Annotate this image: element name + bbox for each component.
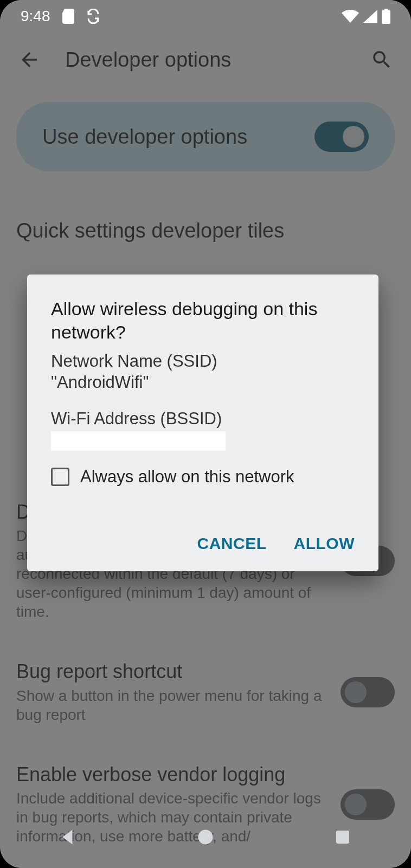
always-allow-label: Always allow on this network	[80, 467, 294, 487]
always-allow-row[interactable]: Always allow on this network	[51, 467, 355, 487]
svg-rect-5	[336, 831, 349, 844]
cancel-button[interactable]: CANCEL	[197, 534, 267, 553]
nav-home-icon[interactable]	[196, 827, 215, 849]
cell-signal-icon	[363, 10, 377, 23]
wifi-icon	[342, 10, 359, 23]
ssid-label: Network Name (SSID)	[51, 351, 355, 372]
svg-point-4	[198, 830, 213, 845]
navigation-bar	[0, 808, 411, 868]
battery-icon	[382, 9, 390, 24]
nav-recents-icon[interactable]	[333, 827, 352, 849]
ssid-value: "AndroidWifi"	[51, 372, 355, 393]
nav-back-icon[interactable]	[59, 827, 78, 849]
status-time: 9:48	[21, 8, 50, 25]
bssid-label: Wi-Fi Address (BSSID)	[51, 409, 355, 430]
dialog-title: Allow wireless debugging on this network…	[51, 297, 355, 343]
wireless-debug-dialog: Allow wireless debugging on this network…	[27, 275, 378, 571]
sd-card-icon	[62, 9, 74, 24]
svg-rect-2	[382, 10, 390, 24]
status-bar-overlay: 9:48	[0, 0, 411, 33]
allow-button[interactable]: ALLOW	[294, 534, 355, 553]
always-allow-checkbox[interactable]	[51, 468, 69, 486]
bssid-value-redacted	[51, 431, 226, 451]
sync-icon	[86, 9, 100, 24]
svg-rect-3	[384, 9, 388, 10]
